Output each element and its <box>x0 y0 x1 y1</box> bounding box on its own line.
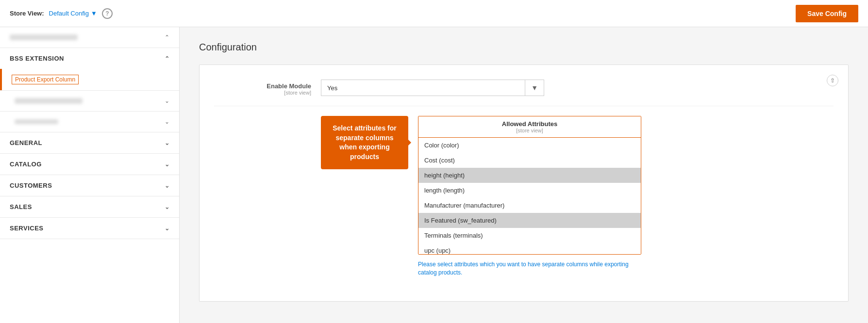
sidebar-blurred-header-2[interactable]: ⌄ <box>0 91 179 111</box>
enable-module-sublabel: [store view] <box>214 90 311 96</box>
sidebar-section-bss-label: BSS EXTENSION <box>10 55 64 62</box>
listbox-item-height[interactable]: height (height) <box>418 168 641 183</box>
sidebar-sales-header[interactable]: SALES ⌄ <box>0 196 179 217</box>
sidebar-section-customers: CUSTOMERS ⌄ <box>0 175 179 196</box>
listbox-container: Color (color)Cost (cost)height (height)l… <box>418 138 641 254</box>
sidebar-blurred-item-1: ⌃ <box>0 27 179 48</box>
allowed-attributes-listbox[interactable]: Color (color)Cost (cost)height (height)l… <box>418 138 641 254</box>
content-area: Configuration ⇧ Enable Module [store vie… <box>180 27 868 323</box>
listbox-item-terminals[interactable]: Terminals (terminals) <box>418 228 641 243</box>
services-chevron-icon: ⌄ <box>165 225 170 232</box>
top-bar: Store View: Default Config ▼ ? Save Conf… <box>0 0 868 27</box>
customers-chevron-icon: ⌄ <box>165 182 170 189</box>
chevron-down-icon: ⌃ <box>165 34 169 41</box>
sidebar-blurred-section-2: ⌄ <box>0 91 179 112</box>
sidebar-sales-label: SALES <box>10 203 32 210</box>
enable-module-arrow-icon[interactable]: ▼ <box>525 80 544 96</box>
product-export-column-label: Product Export Column <box>12 75 79 84</box>
listbox-item-upc[interactable]: upc (upc) <box>418 243 641 254</box>
sidebar-section-bss-header[interactable]: BSS EXTENSION ⌃ <box>0 48 179 69</box>
sidebar-item-product-export-column[interactable]: Product Export Column <box>0 69 179 90</box>
page-title: Configuration <box>199 42 849 53</box>
enable-module-control: Yes ▼ <box>321 80 834 96</box>
blurred-bar-2 <box>15 98 83 104</box>
listbox-item-manufacturer[interactable]: Manufacturer (manufacturer) <box>418 198 641 213</box>
allowed-attributes-listbox-wrapper: Allowed Attributes [store view] Color (c… <box>418 116 641 255</box>
sidebar-customers-label: CUSTOMERS <box>10 182 52 189</box>
enable-module-row: Enable Module [store view] Yes ▼ <box>214 80 834 106</box>
listbox-item-cost[interactable]: Cost (cost) <box>418 153 641 168</box>
top-bar-left: Store View: Default Config ▼ ? <box>10 8 113 19</box>
listbox-item-length[interactable]: length (length) <box>418 183 641 198</box>
store-view-value: Default Config <box>49 10 89 17</box>
store-view-chevron-icon: ▼ <box>91 10 97 17</box>
sidebar-section-sales: SALES ⌄ <box>0 196 179 218</box>
save-config-button[interactable]: Save Config <box>796 5 858 22</box>
chevron-down-icon-2: ⌄ <box>165 97 169 104</box>
attributes-section: Select attributes for separate columns w… <box>321 116 834 277</box>
enable-module-select[interactable]: Yes ▼ <box>321 80 544 96</box>
chevron-down-icon-3: ⌄ <box>165 118 169 125</box>
sidebar-customers-header[interactable]: CUSTOMERS ⌄ <box>0 175 179 196</box>
bss-chevron-icon: ⌃ <box>165 55 170 62</box>
sidebar-section-general: GENERAL ⌄ <box>0 132 179 154</box>
enable-module-label-group: Enable Module [store view] <box>214 80 321 96</box>
store-view-select[interactable]: Default Config ▼ <box>49 10 97 17</box>
sidebar-catalog-header[interactable]: CATALOG ⌄ <box>0 154 179 175</box>
help-icon[interactable]: ? <box>102 8 113 19</box>
listbox-item-sw_featured[interactable]: Is Featured (sw_featured) <box>418 213 641 228</box>
general-chevron-icon: ⌄ <box>165 140 170 146</box>
sidebar-blurred-header-3[interactable]: ⌄ <box>0 112 179 132</box>
sidebar-catalog-label: CATALOG <box>10 161 42 168</box>
sales-chevron-icon: ⌄ <box>165 204 170 210</box>
catalog-chevron-icon: ⌄ <box>165 161 170 168</box>
blurred-bar-1 <box>10 34 78 40</box>
config-card: ⇧ Enable Module [store view] Yes ▼ <box>199 65 849 302</box>
allowed-attributes-header-label: Allowed Attributes <box>424 120 635 128</box>
sidebar-general-label: GENERAL <box>10 139 42 146</box>
allowed-attributes-help-text: Please select attributes which you want … <box>418 260 641 277</box>
listbox-item-color[interactable]: Color (color) <box>418 138 641 153</box>
enable-module-label: Enable Module <box>214 82 311 90</box>
enable-module-value: Yes <box>321 81 525 96</box>
sidebar-services-header[interactable]: SERVICES ⌄ <box>0 218 179 239</box>
collapse-icon[interactable]: ⇧ <box>827 75 838 86</box>
allowed-attributes-header-sub: [store view] <box>424 128 635 133</box>
allowed-attributes-header: Allowed Attributes [store view] <box>418 116 641 138</box>
main-layout: ⌃ BSS EXTENSION ⌃ Product Export Column … <box>0 27 868 323</box>
sidebar-section-catalog: CATALOG ⌄ <box>0 154 179 175</box>
sidebar-blurred-section-3: ⌄ <box>0 112 179 132</box>
blurred-bar-3 <box>15 119 58 124</box>
sidebar: ⌃ BSS EXTENSION ⌃ Product Export Column … <box>0 27 180 323</box>
attributes-tooltip: Select attributes for separate columns w… <box>321 116 408 169</box>
sidebar-general-header[interactable]: GENERAL ⌄ <box>0 132 179 153</box>
sidebar-services-label: SERVICES <box>10 225 44 232</box>
sidebar-section-services: SERVICES ⌄ <box>0 218 179 239</box>
allowed-attributes-control: Select attributes for separate columns w… <box>321 116 834 277</box>
allowed-attributes-label-group <box>214 116 321 119</box>
allowed-attributes-row: Select attributes for separate columns w… <box>214 116 834 287</box>
sidebar-section-bss-extension: BSS EXTENSION ⌃ Product Export Column <box>0 48 179 91</box>
store-view-label: Store View: <box>10 10 44 17</box>
